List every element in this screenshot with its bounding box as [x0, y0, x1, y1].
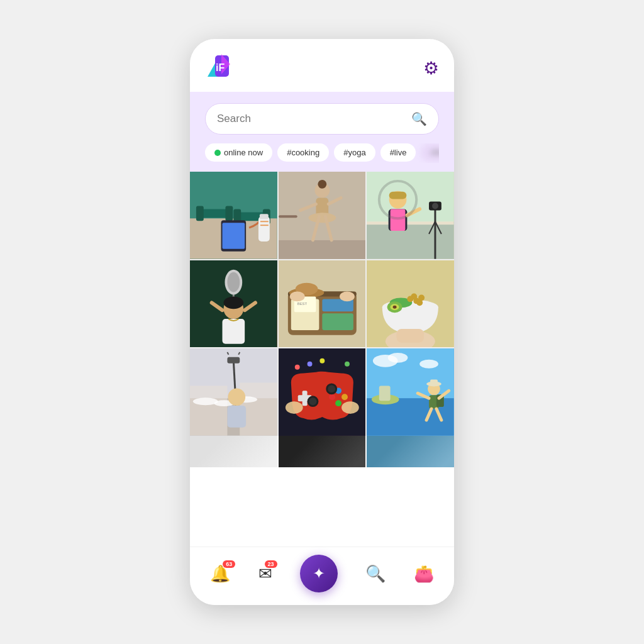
svg-rect-118	[430, 380, 438, 386]
svg-point-105	[345, 362, 350, 367]
svg-rect-85	[227, 357, 240, 364]
svg-point-104	[294, 365, 299, 370]
nav-item-explore-center[interactable]: ✦	[300, 555, 338, 592]
svg-point-71	[408, 296, 414, 302]
svg-point-24	[308, 213, 336, 223]
svg-point-112	[388, 353, 408, 363]
grid-cell-food[interactable]	[367, 260, 454, 348]
svg-rect-19	[279, 240, 366, 259]
notification-badge: 63	[223, 560, 235, 568]
svg-rect-76	[397, 329, 425, 343]
search-input[interactable]	[217, 113, 411, 125]
svg-rect-49	[223, 319, 245, 344]
svg-point-81	[193, 398, 218, 406]
content-grid: BEST	[190, 172, 454, 436]
svg-rect-115	[379, 386, 391, 401]
svg-point-102	[286, 402, 303, 414]
filter-chip-label: #fitness	[430, 148, 439, 157]
app-logo: iF	[205, 50, 238, 86]
nav-item-wallet[interactable]: 👛	[414, 564, 434, 584]
svg-point-95	[341, 394, 348, 401]
grid-cell-travel[interactable]	[367, 348, 454, 436]
grid-cell-ballet[interactable]	[279, 172, 366, 259]
grid-cell-music[interactable]	[190, 260, 277, 348]
filter-chip-live[interactable]: #live	[380, 143, 416, 162]
svg-rect-14	[258, 216, 270, 242]
grid-cell-cooking[interactable]	[367, 172, 454, 259]
svg-point-41	[432, 203, 438, 209]
svg-point-72	[417, 299, 423, 306]
svg-point-97	[329, 394, 335, 401]
svg-point-107	[307, 362, 312, 367]
content-grid-section: BEST	[190, 172, 454, 547]
svg-rect-20	[279, 215, 297, 218]
filter-chip-cooking[interactable]: #cooking	[277, 143, 329, 162]
svg-text:BEST: BEST	[297, 302, 307, 306]
svg-point-62	[340, 291, 355, 301]
filter-row: online now #cooking #yoga #live #fitness…	[205, 143, 439, 163]
svg-point-89	[228, 389, 245, 406]
svg-rect-8	[225, 206, 233, 221]
svg-rect-7	[196, 206, 204, 221]
svg-point-106	[319, 358, 325, 364]
messages-badge: 23	[265, 560, 277, 568]
search-nav-icon: 🔍	[365, 564, 386, 584]
filter-chip-yoga[interactable]: #yoga	[334, 143, 375, 162]
grid-cell-partial-1[interactable]	[190, 436, 277, 467]
svg-point-113	[420, 360, 439, 369]
svg-rect-90	[227, 406, 246, 428]
svg-point-48	[223, 296, 243, 309]
filter-chip-label: online now	[224, 148, 263, 157]
svg-text:iF: iF	[216, 62, 225, 73]
filter-chip-label: #cooking	[287, 148, 319, 157]
svg-rect-79	[190, 386, 227, 436]
grid-cell-partial-3[interactable]	[367, 436, 454, 467]
grid-cell-fitness[interactable]	[190, 172, 277, 259]
svg-point-99	[309, 398, 316, 406]
svg-rect-31	[367, 225, 454, 258]
nav-item-messages[interactable]: 23 ✉	[258, 564, 272, 584]
svg-rect-33	[389, 192, 407, 199]
wallet-icon: 👛	[414, 564, 434, 584]
nav-item-notifications[interactable]: 63 🔔	[210, 564, 230, 584]
svg-rect-13	[223, 223, 245, 249]
filter-chip-label: #yoga	[343, 148, 365, 157]
grid-cell-vlogger[interactable]	[190, 348, 277, 436]
search-bar: 🔍	[205, 103, 439, 135]
svg-rect-57	[322, 313, 353, 330]
grid-partial-row	[190, 436, 454, 467]
grid-cell-fashion[interactable]: BEST	[279, 260, 366, 348]
svg-rect-35	[391, 209, 406, 231]
filter-chip-blur1[interactable]: #fitness	[421, 143, 439, 162]
grid-cell-partial-2[interactable]	[279, 436, 366, 467]
explore-icon: ✦	[313, 565, 325, 582]
svg-point-46	[227, 272, 240, 292]
search-icon: 🔍	[411, 111, 427, 126]
phone-frame: iF ⚙ 🔍 online now #cooking #yoga #live	[190, 39, 454, 605]
svg-point-22	[318, 180, 326, 189]
svg-point-63	[289, 291, 304, 301]
filter-chip-label: #live	[390, 148, 407, 157]
search-section: 🔍 online now #cooking #yoga #live #fitne…	[190, 92, 454, 172]
filter-chip-online[interactable]: online now	[205, 143, 272, 162]
header: iF ⚙	[190, 39, 454, 92]
svg-rect-15	[260, 214, 269, 219]
bottom-nav: 63 🔔 23 ✉ ✦ 🔍 👛	[190, 547, 454, 605]
svg-point-101	[328, 386, 335, 393]
grid-cell-gaming[interactable]	[279, 348, 366, 436]
settings-button[interactable]: ⚙	[423, 58, 439, 79]
online-indicator	[214, 150, 221, 156]
svg-point-103	[341, 402, 359, 414]
svg-point-75	[393, 305, 397, 308]
nav-item-search[interactable]: 🔍	[365, 564, 386, 584]
svg-point-96	[335, 401, 341, 407]
